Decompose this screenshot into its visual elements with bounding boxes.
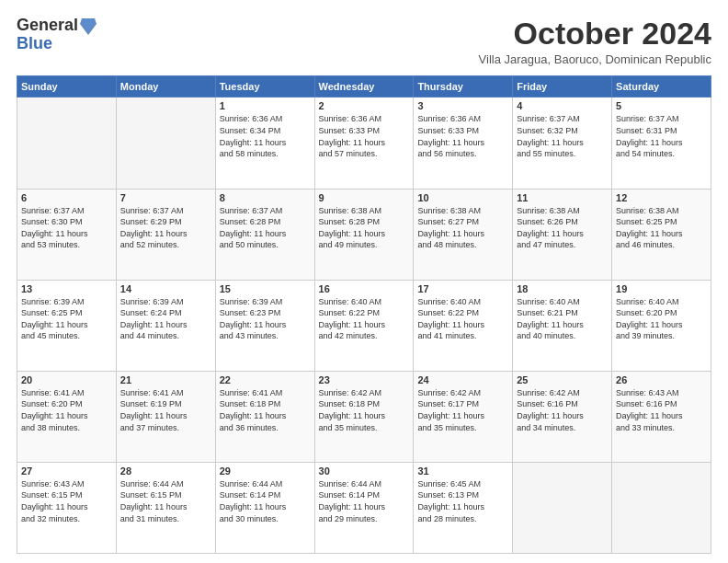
- day-number: 1: [220, 100, 311, 111]
- day-of-week-header: Wednesday: [314, 76, 414, 98]
- day-of-week-header: Tuesday: [215, 76, 314, 98]
- calendar-cell: 23Sunrise: 6:42 AM Sunset: 6:18 PM Dayli…: [314, 371, 414, 462]
- cell-info: Sunrise: 6:44 AM Sunset: 6:14 PM Dayligh…: [220, 478, 311, 524]
- calendar-cell: 16Sunrise: 6:40 AM Sunset: 6:22 PM Dayli…: [314, 280, 414, 371]
- title-block: October 2024 Villa Jaragua, Baoruco, Dom…: [479, 17, 711, 66]
- day-number: 26: [616, 374, 707, 385]
- cell-info: Sunrise: 6:37 AM Sunset: 6:28 PM Dayligh…: [220, 205, 311, 251]
- day-number: 24: [417, 374, 508, 385]
- logo-icon: [80, 15, 97, 35]
- day-of-week-header: Thursday: [414, 76, 513, 98]
- day-number: 22: [220, 374, 311, 385]
- cell-info: Sunrise: 6:40 AM Sunset: 6:20 PM Dayligh…: [616, 296, 707, 342]
- cell-info: Sunrise: 6:42 AM Sunset: 6:18 PM Dayligh…: [319, 387, 410, 433]
- calendar-cell: 21Sunrise: 6:41 AM Sunset: 6:19 PM Dayli…: [116, 371, 215, 462]
- calendar-cell: 7Sunrise: 6:37 AM Sunset: 6:29 PM Daylig…: [116, 189, 215, 280]
- calendar-cell: 13Sunrise: 6:39 AM Sunset: 6:25 PM Dayli…: [17, 280, 117, 371]
- calendar-week-row: 27Sunrise: 6:43 AM Sunset: 6:15 PM Dayli…: [17, 462, 711, 553]
- day-number: 31: [417, 465, 508, 477]
- cell-info: Sunrise: 6:42 AM Sunset: 6:16 PM Dayligh…: [517, 387, 608, 433]
- calendar-cell: 3Sunrise: 6:36 AM Sunset: 6:33 PM Daylig…: [414, 98, 513, 189]
- cell-info: Sunrise: 6:41 AM Sunset: 6:20 PM Dayligh…: [21, 387, 112, 433]
- day-number: 8: [220, 192, 311, 203]
- cell-info: Sunrise: 6:38 AM Sunset: 6:26 PM Dayligh…: [517, 205, 608, 251]
- day-number: 14: [120, 283, 211, 294]
- calendar-cell: 19Sunrise: 6:40 AM Sunset: 6:20 PM Dayli…: [612, 280, 711, 371]
- cell-info: Sunrise: 6:39 AM Sunset: 6:24 PM Dayligh…: [120, 296, 211, 342]
- calendar-cell: [116, 98, 215, 189]
- cell-info: Sunrise: 6:40 AM Sunset: 6:22 PM Dayligh…: [417, 296, 508, 342]
- calendar-cell: 22Sunrise: 6:41 AM Sunset: 6:18 PM Dayli…: [215, 371, 314, 462]
- day-number: 21: [120, 374, 211, 385]
- day-number: 16: [319, 283, 410, 294]
- cell-info: Sunrise: 6:39 AM Sunset: 6:25 PM Dayligh…: [21, 296, 112, 342]
- cell-info: Sunrise: 6:36 AM Sunset: 6:34 PM Dayligh…: [220, 113, 311, 159]
- cell-info: Sunrise: 6:43 AM Sunset: 6:16 PM Dayligh…: [616, 387, 707, 433]
- calendar-cell: 14Sunrise: 6:39 AM Sunset: 6:24 PM Dayli…: [116, 280, 215, 371]
- cell-info: Sunrise: 6:44 AM Sunset: 6:14 PM Dayligh…: [319, 478, 410, 524]
- cell-info: Sunrise: 6:37 AM Sunset: 6:29 PM Dayligh…: [120, 205, 211, 251]
- calendar-cell: 28Sunrise: 6:44 AM Sunset: 6:15 PM Dayli…: [116, 462, 215, 553]
- day-number: 3: [417, 100, 508, 111]
- calendar-cell: 27Sunrise: 6:43 AM Sunset: 6:15 PM Dayli…: [17, 462, 117, 553]
- day-number: 19: [616, 283, 707, 294]
- day-number: 30: [319, 465, 410, 477]
- calendar-cell: 10Sunrise: 6:38 AM Sunset: 6:27 PM Dayli…: [414, 189, 513, 280]
- day-number: 9: [319, 192, 410, 203]
- cell-info: Sunrise: 6:40 AM Sunset: 6:22 PM Dayligh…: [319, 296, 410, 342]
- cell-info: Sunrise: 6:40 AM Sunset: 6:21 PM Dayligh…: [517, 296, 608, 342]
- calendar-cell: 24Sunrise: 6:42 AM Sunset: 6:17 PM Dayli…: [414, 371, 513, 462]
- calendar-cell: 5Sunrise: 6:37 AM Sunset: 6:31 PM Daylig…: [612, 98, 711, 189]
- cell-info: Sunrise: 6:42 AM Sunset: 6:17 PM Dayligh…: [417, 387, 508, 433]
- calendar-cell: 1Sunrise: 6:36 AM Sunset: 6:34 PM Daylig…: [215, 98, 314, 189]
- day-number: 27: [21, 465, 112, 477]
- cell-info: Sunrise: 6:44 AM Sunset: 6:15 PM Dayligh…: [120, 478, 211, 524]
- calendar-cell: 26Sunrise: 6:43 AM Sunset: 6:16 PM Dayli…: [612, 371, 711, 462]
- header: General Blue October 2024 Villa Jaragua,…: [17, 17, 711, 66]
- cell-info: Sunrise: 6:38 AM Sunset: 6:27 PM Dayligh…: [417, 205, 508, 251]
- cell-info: Sunrise: 6:38 AM Sunset: 6:28 PM Dayligh…: [319, 205, 410, 251]
- cell-info: Sunrise: 6:41 AM Sunset: 6:18 PM Dayligh…: [220, 387, 311, 433]
- logo-text: General Blue: [17, 17, 97, 53]
- day-number: 2: [319, 100, 410, 111]
- day-number: 17: [417, 283, 508, 294]
- day-number: 13: [21, 283, 112, 294]
- calendar-week-row: 13Sunrise: 6:39 AM Sunset: 6:25 PM Dayli…: [17, 280, 711, 371]
- logo: General Blue: [17, 17, 97, 53]
- day-number: 6: [21, 192, 112, 203]
- calendar-cell: 20Sunrise: 6:41 AM Sunset: 6:20 PM Dayli…: [17, 371, 117, 462]
- cell-info: Sunrise: 6:37 AM Sunset: 6:32 PM Dayligh…: [517, 113, 608, 159]
- calendar-cell: 12Sunrise: 6:38 AM Sunset: 6:25 PM Dayli…: [612, 189, 711, 280]
- calendar-cell: 4Sunrise: 6:37 AM Sunset: 6:32 PM Daylig…: [513, 98, 612, 189]
- cell-info: Sunrise: 6:41 AM Sunset: 6:19 PM Dayligh…: [120, 387, 211, 433]
- calendar-cell: 18Sunrise: 6:40 AM Sunset: 6:21 PM Dayli…: [513, 280, 612, 371]
- calendar-cell: 2Sunrise: 6:36 AM Sunset: 6:33 PM Daylig…: [314, 98, 414, 189]
- day-number: 12: [616, 192, 707, 203]
- day-of-week-header: Sunday: [17, 76, 117, 98]
- day-number: 23: [319, 374, 410, 385]
- calendar-header-row: SundayMondayTuesdayWednesdayThursdayFrid…: [17, 76, 711, 98]
- calendar-cell: 6Sunrise: 6:37 AM Sunset: 6:30 PM Daylig…: [17, 189, 117, 280]
- calendar-cell: 31Sunrise: 6:45 AM Sunset: 6:13 PM Dayli…: [414, 462, 513, 553]
- day-number: 5: [616, 100, 707, 111]
- cell-info: Sunrise: 6:39 AM Sunset: 6:23 PM Dayligh…: [220, 296, 311, 342]
- calendar-cell: 11Sunrise: 6:38 AM Sunset: 6:26 PM Dayli…: [513, 189, 612, 280]
- calendar-cell: 17Sunrise: 6:40 AM Sunset: 6:22 PM Dayli…: [414, 280, 513, 371]
- calendar-week-row: 20Sunrise: 6:41 AM Sunset: 6:20 PM Dayli…: [17, 371, 711, 462]
- cell-info: Sunrise: 6:36 AM Sunset: 6:33 PM Dayligh…: [319, 113, 410, 159]
- cell-info: Sunrise: 6:38 AM Sunset: 6:25 PM Dayligh…: [616, 205, 707, 251]
- day-number: 29: [220, 465, 311, 477]
- subtitle: Villa Jaragua, Baoruco, Dominican Republ…: [479, 52, 711, 66]
- month-title: October 2024: [479, 17, 711, 51]
- logo-blue: Blue: [17, 35, 97, 53]
- day-of-week-header: Saturday: [612, 76, 711, 98]
- day-number: 4: [517, 100, 608, 111]
- day-number: 10: [417, 192, 508, 203]
- cell-info: Sunrise: 6:43 AM Sunset: 6:15 PM Dayligh…: [21, 478, 112, 524]
- day-of-week-header: Monday: [116, 76, 215, 98]
- calendar-week-row: 1Sunrise: 6:36 AM Sunset: 6:34 PM Daylig…: [17, 98, 711, 189]
- calendar-cell: [513, 462, 612, 553]
- calendar-cell: 30Sunrise: 6:44 AM Sunset: 6:14 PM Dayli…: [314, 462, 414, 553]
- calendar-cell: 29Sunrise: 6:44 AM Sunset: 6:14 PM Dayli…: [215, 462, 314, 553]
- day-number: 20: [21, 374, 112, 385]
